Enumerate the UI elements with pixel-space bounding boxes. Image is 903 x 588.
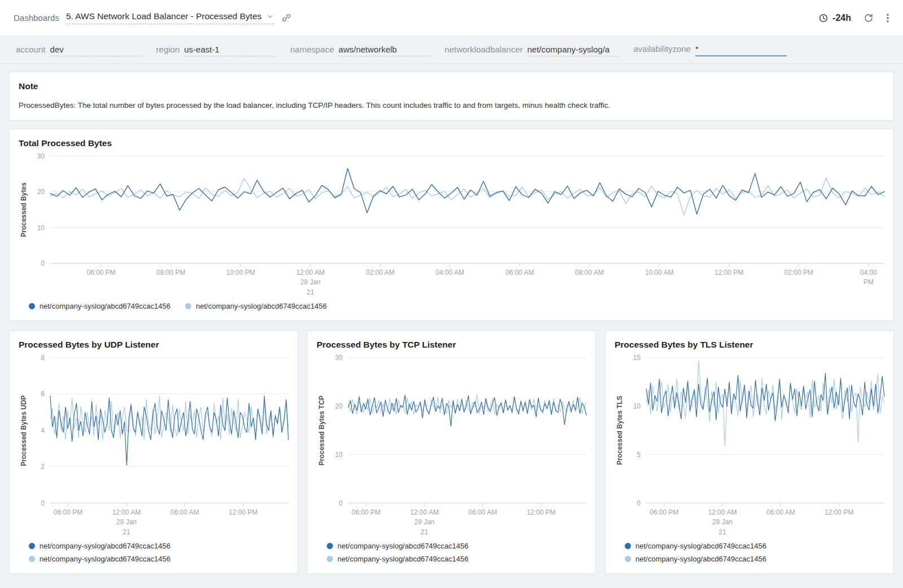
note-title: Note xyxy=(19,81,884,91)
chart-title-total: Total Processed Bytes xyxy=(19,138,884,148)
line-chart-svg xyxy=(348,358,586,503)
x-tick-label: 06:00 AM xyxy=(170,508,199,517)
y-tick-label: 0 xyxy=(41,499,45,507)
filter-namespace: namespace aws/networkelb xyxy=(290,45,430,56)
x-tick-label: 12:00 PM xyxy=(229,508,257,517)
x-tick-label: 04:00 AM xyxy=(436,268,464,278)
y-tick-label: 0 xyxy=(41,260,45,267)
x-tick-label: 12:00 AM 28 Jan 21 xyxy=(296,268,325,297)
x-tick-label: 10:00 PM xyxy=(226,268,255,278)
time-range-value: -24h xyxy=(832,13,851,23)
chart-udp-listener: Processed Bytes UDP 02468 06:00 PM12:00 … xyxy=(19,358,288,535)
x-tick-label: 04:00 PM xyxy=(860,268,877,288)
y-axis-label: Processed Bytes TLS xyxy=(615,358,625,503)
x-tick-mark xyxy=(799,264,799,266)
x-tick-mark xyxy=(868,264,869,266)
share-link-icon[interactable] xyxy=(282,13,291,23)
x-tick-label: 12:00 AM 28 Jan 21 xyxy=(708,508,737,537)
series-line-dark xyxy=(50,396,288,466)
dashboard-page: Dashboards 5. AWS Network Load Balancer … xyxy=(0,0,903,588)
y-tick-label: 10 xyxy=(633,402,641,410)
clock-icon xyxy=(818,13,829,23)
filter-value-availabilityzone[interactable]: * xyxy=(695,44,787,56)
x-tick-label: 12:00 AM 28 Jan 21 xyxy=(410,508,439,537)
legend-item[interactable]: net/company-syslog/abcd6749ccac1456 xyxy=(327,542,586,550)
refresh-icon[interactable] xyxy=(863,13,874,23)
chart-total-processed-bytes: Processed Bytes 0102030 06:00 PM08:00 PM… xyxy=(19,156,884,295)
y-axis-label: Processed Bytes UDP xyxy=(19,358,29,503)
x-tick-mark xyxy=(450,264,450,266)
x-tick-mark xyxy=(541,503,541,506)
chart-legend: net/company-syslog/abcd6749ccac1456net/c… xyxy=(625,542,884,563)
y-axis-ticks: 02468 xyxy=(29,358,50,503)
x-tick-mark xyxy=(240,264,241,266)
y-tick-label: 10 xyxy=(37,224,45,232)
legend-dot xyxy=(29,556,35,562)
legend-item[interactable]: net/company-syslog/abcd6749ccac1456 xyxy=(327,555,586,563)
series-line-dark xyxy=(348,395,586,426)
legend-item[interactable]: net/company-syslog/abcd6749ccac1456 xyxy=(185,302,327,310)
x-tick-label: 12:00 PM xyxy=(714,268,743,278)
line-chart-svg xyxy=(646,358,884,503)
filter-availabilityzone: availabilityzone * xyxy=(633,44,787,56)
y-axis-ticks: 051015 xyxy=(625,358,646,503)
y-tick-label: 0 xyxy=(637,499,641,507)
bottom-panels-row: Processed Bytes by UDP Listener Processe… xyxy=(9,330,894,574)
x-tick-mark xyxy=(68,503,68,506)
legend-dot xyxy=(327,543,333,549)
page-title: 5. AWS Network Load Balancer - Processed… xyxy=(66,11,262,21)
legend-label: net/company-syslog/abcd6749ccac1456 xyxy=(635,555,766,563)
legend-item[interactable]: net/company-syslog/abcd6749ccac1456 xyxy=(29,302,170,310)
y-axis-ticks: 0102030 xyxy=(327,358,348,503)
panel-total-processed-bytes: Total Processed Bytes Processed Bytes 01… xyxy=(9,129,894,321)
legend-item[interactable]: net/company-syslog/abcd6749ccac1456 xyxy=(625,555,884,563)
x-tick-mark xyxy=(366,503,366,506)
dashboard-title-dropdown[interactable]: 5. AWS Network Load Balancer - Processed… xyxy=(66,11,274,24)
panel-tcp-listener: Processed Bytes by TCP Listener Processe… xyxy=(307,330,596,574)
filter-value-namespace[interactable]: aws/networkelb xyxy=(339,45,430,56)
top-bar: Dashboards 5. AWS Network Load Balancer … xyxy=(0,0,903,36)
legend-dot xyxy=(29,303,35,309)
y-tick-label: 30 xyxy=(37,152,45,160)
time-range-selector[interactable]: -24h xyxy=(818,13,851,23)
filter-value-networkloadbalancer[interactable]: net/company-syslog/a xyxy=(527,45,619,56)
x-tick-mark xyxy=(243,503,243,506)
x-tick-mark xyxy=(664,503,664,506)
panel-tls-listener: Processed Bytes by TLS Listener Processe… xyxy=(605,330,894,574)
y-tick-label: 20 xyxy=(335,402,343,410)
y-axis-ticks: 0102030 xyxy=(29,156,50,264)
y-tick-label: 20 xyxy=(37,188,45,196)
plot-area[interactable] xyxy=(50,358,288,503)
filter-value-region[interactable]: us-east-1 xyxy=(184,45,275,56)
y-tick-label: 30 xyxy=(335,354,343,362)
legend-item[interactable]: net/company-syslog/abcd6749ccac1456 xyxy=(29,542,288,550)
chart-legend: net/company-syslog/abcd6749ccac1456net/c… xyxy=(29,542,288,563)
plot-area[interactable] xyxy=(646,358,884,503)
kebab-menu-icon[interactable] xyxy=(886,12,889,24)
filter-label: account xyxy=(16,45,46,54)
x-tick-label: 06:00 PM xyxy=(352,508,380,517)
legend-label: net/company-syslog/abcd6749ccac1456 xyxy=(196,302,327,310)
breadcrumb[interactable]: Dashboards xyxy=(14,13,59,23)
y-tick-label: 2 xyxy=(41,463,45,471)
filter-account: account dev xyxy=(16,45,142,56)
chart-title-udp: Processed Bytes by UDP Listener xyxy=(19,340,288,350)
x-tick-label: 02:00 PM xyxy=(784,268,813,278)
x-tick-mark xyxy=(781,503,781,506)
chart-title-tls: Processed Bytes by TLS Listener xyxy=(615,340,884,350)
legend-item[interactable]: net/company-syslog/abcd6749ccac1456 xyxy=(29,555,288,563)
legend-label: net/company-syslog/abcd6749ccac1456 xyxy=(40,542,170,550)
note-panel: Note ProcessedBytes: The total number of… xyxy=(9,72,894,121)
y-tick-label: 5 xyxy=(637,451,641,459)
x-tick-mark xyxy=(424,503,425,506)
plot-area[interactable] xyxy=(348,358,586,503)
y-tick-label: 0 xyxy=(339,499,343,507)
x-tick-label: 06:00 PM xyxy=(86,268,115,278)
filter-value-account[interactable]: dev xyxy=(50,45,142,56)
legend-item[interactable]: net/company-syslog/abcd6749ccac1456 xyxy=(625,542,884,550)
x-axis-ticks: 06:00 PM08:00 PM10:00 PM12:00 AM 28 Jan … xyxy=(50,264,884,295)
filter-label: namespace xyxy=(290,45,334,54)
plot-area[interactable] xyxy=(50,156,884,264)
line-chart-svg xyxy=(50,358,288,503)
filter-label: region xyxy=(156,45,180,54)
